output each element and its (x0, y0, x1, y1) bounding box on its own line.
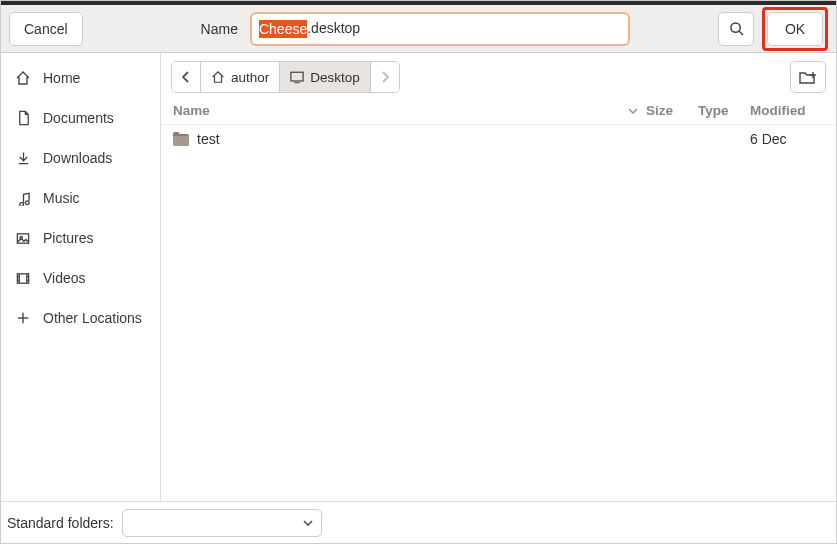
sidebar-item-pictures[interactable]: Pictures (1, 219, 160, 257)
plus-icon (15, 311, 31, 325)
column-header-name[interactable]: Name (173, 103, 646, 118)
chevron-down-icon (628, 107, 638, 115)
sidebar-item-downloads[interactable]: Downloads (1, 139, 160, 177)
path-segment-label: author (231, 70, 269, 85)
ok-button-highlight: OK (762, 7, 828, 51)
file-name: test (197, 131, 220, 147)
documents-icon (15, 110, 31, 126)
dialog-footer: Standard folders: (1, 501, 836, 543)
path-segment-author[interactable]: author (201, 62, 280, 92)
places-sidebar: Home Documents Downloads Music Pictures (1, 53, 161, 501)
downloads-icon (15, 150, 31, 166)
sidebar-item-label: Pictures (43, 230, 94, 246)
sidebar-item-label: Other Locations (43, 310, 142, 326)
chevron-right-icon (381, 71, 389, 83)
column-header-size[interactable]: Size (646, 103, 698, 118)
standard-folders-label: Standard folders: (7, 515, 114, 531)
svg-point-0 (730, 23, 739, 32)
list-item[interactable]: test 6 Dec (161, 125, 836, 153)
sidebar-item-label: Home (43, 70, 80, 86)
home-icon (211, 70, 225, 84)
column-header-modified[interactable]: Modified (750, 103, 824, 118)
file-modified: 6 Dec (750, 131, 824, 147)
sidebar-item-other-locations[interactable]: Other Locations (1, 299, 160, 337)
sidebar-item-label: Videos (43, 270, 86, 286)
column-header-type[interactable]: Type (698, 103, 750, 118)
file-list: test 6 Dec (161, 125, 836, 153)
dialog-header: Cancel Name Cheese.desktop OK (1, 5, 836, 53)
standard-folders-dropdown[interactable] (122, 509, 322, 537)
path-bar: author Desktop (171, 61, 400, 93)
videos-icon (15, 271, 31, 286)
sidebar-item-label: Music (43, 190, 80, 206)
ok-button[interactable]: OK (767, 12, 823, 46)
desktop-icon (290, 71, 304, 84)
new-folder-button[interactable] (790, 61, 826, 93)
sidebar-item-home[interactable]: Home (1, 59, 160, 97)
column-header-label: Name (173, 103, 210, 118)
chevron-down-icon (303, 519, 313, 527)
sort-indicator (628, 107, 646, 115)
path-segment-desktop[interactable]: Desktop (280, 62, 371, 92)
search-icon (729, 21, 744, 36)
path-toolbar: author Desktop (161, 53, 836, 97)
svg-rect-2 (17, 233, 28, 242)
new-folder-icon (799, 70, 817, 85)
search-button[interactable] (718, 12, 754, 46)
filename-field-wrap: Cheese.desktop (250, 12, 630, 46)
column-headers: Name Size Type Modified (161, 97, 836, 125)
sidebar-item-label: Downloads (43, 150, 112, 166)
cancel-button[interactable]: Cancel (9, 12, 83, 46)
pictures-icon (15, 231, 31, 246)
music-icon (15, 190, 31, 206)
folder-icon (173, 132, 189, 146)
path-segment-label: Desktop (310, 70, 360, 85)
sidebar-item-documents[interactable]: Documents (1, 99, 160, 137)
sidebar-item-videos[interactable]: Videos (1, 259, 160, 297)
chevron-left-icon (182, 71, 190, 83)
path-forward-button[interactable] (371, 62, 399, 92)
main-panel: author Desktop Name (161, 53, 836, 501)
svg-rect-13 (291, 72, 303, 81)
svg-line-1 (739, 31, 743, 35)
sidebar-item-label: Documents (43, 110, 114, 126)
path-back-button[interactable] (172, 62, 201, 92)
filename-input[interactable] (250, 12, 630, 46)
home-icon (15, 70, 31, 86)
name-label: Name (91, 21, 238, 37)
sidebar-item-music[interactable]: Music (1, 179, 160, 217)
